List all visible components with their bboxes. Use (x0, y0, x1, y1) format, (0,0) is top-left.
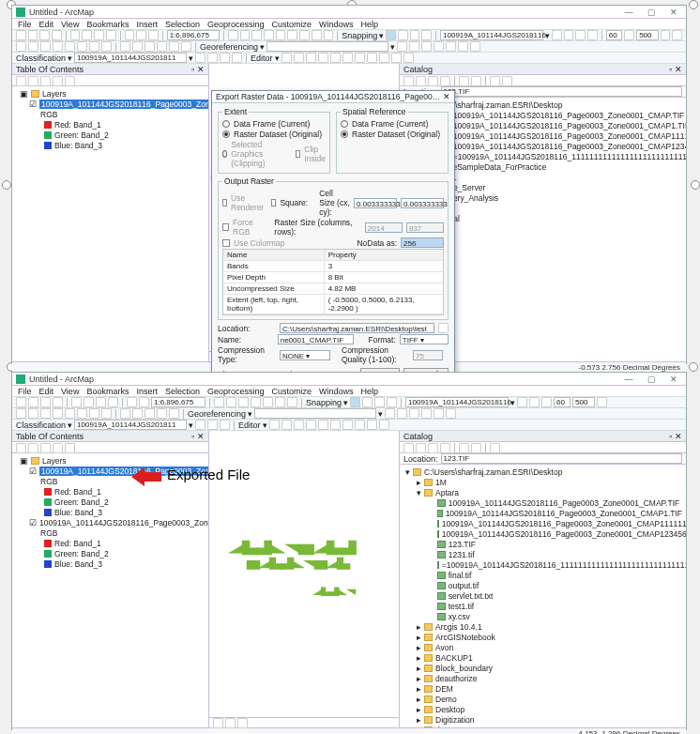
selection-handle[interactable] (689, 0, 698, 9)
zoom-in-button[interactable] (16, 41, 26, 52)
tb-j[interactable] (139, 397, 149, 407)
redo-button[interactable] (136, 30, 146, 40)
snapping-label[interactable]: Snapping (342, 31, 377, 40)
toc-listby-e[interactable] (65, 76, 75, 86)
tb-q[interactable] (287, 397, 297, 407)
tool-a[interactable] (228, 30, 238, 40)
editor-label[interactable]: Editor (238, 421, 261, 430)
class-d[interactable] (232, 53, 242, 63)
goto-xy-button[interactable] (181, 41, 191, 52)
tb-a[interactable] (16, 397, 26, 407)
e-a[interactable] (269, 420, 280, 430)
close-button[interactable]: ✕ (665, 8, 682, 17)
layoutview-button[interactable] (225, 718, 236, 728)
cat-tool-a[interactable] (403, 76, 414, 86)
georef-layer[interactable] (254, 408, 376, 419)
snap-c[interactable] (374, 397, 385, 407)
catalog-item[interactable]: ▸ Arcgis 10.4.1 (403, 621, 682, 632)
toc-lb-d[interactable] (53, 443, 63, 453)
class-b[interactable] (207, 53, 218, 63)
c-b[interactable] (207, 420, 218, 430)
fixed-zoom-in[interactable] (65, 41, 75, 52)
catalog-item[interactable]: 100919A_101144JGS2018116_Page0003_Zone00… (403, 518, 682, 528)
catalog-item[interactable]: ▾ Aptara (403, 487, 682, 497)
menu-selection[interactable]: Selection (165, 387, 200, 396)
snap-a[interactable] (350, 397, 360, 407)
cat-tool-e[interactable] (459, 76, 469, 86)
g-c[interactable] (409, 408, 419, 419)
layer-combo[interactable]: 100919A_101144JGS2018116 (440, 30, 543, 40)
catalog-item[interactable]: servlet.txt.txt (403, 590, 682, 601)
catalog-item[interactable]: xy.csv (403, 611, 682, 621)
menu-customize[interactable]: Customize (272, 387, 312, 396)
layer-combo[interactable]: 100919A_101144JGS2018116 (405, 397, 509, 407)
georef-label[interactable]: Georeferencing (200, 42, 258, 52)
t2-c[interactable] (40, 408, 51, 419)
menu-edit[interactable]: Edit (39, 20, 54, 29)
classification-combo[interactable]: 100919A_101144JGS201811 (74, 53, 187, 63)
tb-n[interactable] (251, 397, 261, 407)
t2-g[interactable] (89, 408, 99, 419)
georef-layer[interactable] (266, 41, 388, 52)
cellx-field[interactable]: 0.003333333 (354, 198, 397, 208)
classification-combo[interactable]: 100919A_101144JGS201811 (74, 420, 187, 430)
menu-customize[interactable]: Customize (272, 20, 312, 29)
menu-help[interactable]: Help (361, 20, 379, 29)
location-input[interactable]: C:\Users\sharfraj.zaman.ESRI\Desktop\tes… (280, 323, 434, 333)
edit-d[interactable] (318, 53, 328, 63)
close-button[interactable]: ✕ (665, 375, 682, 384)
t2-l[interactable] (157, 408, 167, 419)
g-e[interactable] (434, 408, 444, 419)
e-g[interactable] (342, 420, 353, 430)
open-button[interactable] (28, 30, 38, 40)
scale-field[interactable]: 1:6,896,675 (167, 30, 220, 40)
selection-handle[interactable] (691, 180, 700, 190)
catalog-item[interactable]: 100919A_101144JGS2018116_Page0003_Zone00… (403, 528, 682, 539)
t2-m[interactable] (169, 408, 179, 419)
catalog-close-icon[interactable]: ▫ ✕ (669, 65, 682, 74)
ct-a[interactable] (403, 443, 414, 453)
edit-h[interactable] (367, 53, 377, 63)
georef-a[interactable] (397, 41, 407, 52)
e-c[interactable] (294, 420, 304, 430)
e-i[interactable] (367, 420, 377, 430)
ras-a[interactable] (552, 30, 562, 40)
g-a[interactable] (385, 408, 395, 419)
georef-g[interactable] (470, 41, 480, 52)
toc-close-icon[interactable]: ▫ ✕ (191, 65, 205, 74)
catalog-item[interactable]: final.tif (403, 570, 682, 580)
catalog-item[interactable]: ▸ Desktop (403, 704, 682, 714)
prev-extent[interactable] (89, 41, 99, 52)
ct-e[interactable] (459, 443, 469, 453)
location-field[interactable]: 123.TIF (441, 453, 682, 464)
catalog-item[interactable]: ▸ ArcGISNotebook (403, 632, 682, 642)
e-j[interactable] (379, 420, 389, 430)
toc-listby-a[interactable] (16, 76, 26, 86)
toc-lb-e[interactable] (65, 443, 75, 453)
menu-bookmarks[interactable]: Bookmarks (86, 20, 129, 29)
edit-b[interactable] (294, 53, 304, 63)
spin-field[interactable]: 60 (554, 397, 571, 407)
delete-button[interactable] (106, 30, 116, 40)
cat-tool-g[interactable] (490, 76, 500, 86)
cat-tool-f[interactable] (471, 76, 481, 86)
celly-field[interactable]: 0.003333333 (401, 198, 444, 208)
c-c[interactable] (220, 420, 230, 430)
ras-b[interactable] (529, 397, 540, 407)
clear-sel-button[interactable] (132, 41, 143, 52)
menu-geoprocessing[interactable]: Geoprocessing (207, 20, 265, 29)
toc-lb-b[interactable] (28, 443, 38, 453)
refresh-button[interactable] (237, 718, 248, 728)
catalog-item[interactable]: 100919A_101144JGS2018116_Page0003_Zone00… (403, 497, 682, 508)
tb-m[interactable] (238, 397, 249, 407)
catalog-item[interactable]: ▸ Digitization (403, 714, 682, 725)
ct-b[interactable] (416, 443, 426, 453)
layers-root[interactable]: ▣ Layers (16, 455, 205, 466)
cat-tool-b[interactable] (416, 76, 426, 86)
titlebar[interactable]: Untitled - ArcMap — ▢ ✕ (12, 6, 686, 19)
misc-a[interactable] (597, 397, 607, 407)
class-a[interactable] (195, 53, 205, 63)
snap-d[interactable] (387, 397, 397, 407)
menu-windows[interactable]: Windows (319, 387, 354, 396)
print-button[interactable] (52, 30, 62, 40)
